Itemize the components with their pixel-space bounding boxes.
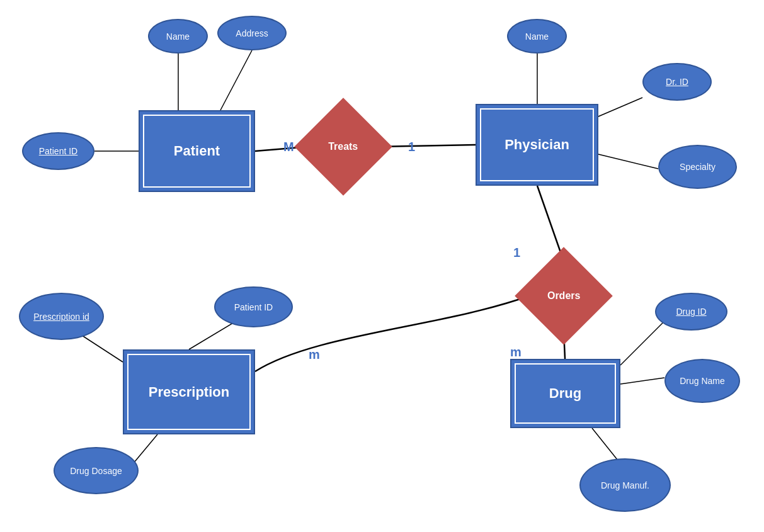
patient-id-attr: Patient ID <box>22 132 94 170</box>
treats-relationship: Treats <box>294 98 392 196</box>
svg-line-1 <box>378 145 476 147</box>
prescription-drug-dosage-attr: Drug Dosage <box>54 447 139 494</box>
treats-m-cardinality: M <box>283 140 294 154</box>
patient-name-attr: Name <box>148 19 208 54</box>
drug-m-cardinality: m <box>510 345 522 359</box>
patient-address-attr: Address <box>217 16 287 50</box>
svg-line-7 <box>598 154 658 169</box>
treats-label: Treats <box>328 141 358 152</box>
treats-1-cardinality: 1 <box>408 140 415 154</box>
drug-id-attr: Drug ID <box>655 293 727 331</box>
svg-line-13 <box>620 321 664 365</box>
prescription-patient-id-attr: Patient ID <box>214 286 293 327</box>
physician-dr-id-attr: Dr. ID <box>642 63 712 101</box>
orders-relationship: Orders <box>515 247 613 345</box>
prescription-entity: Prescription <box>123 349 255 434</box>
physician-specialty-attr: Specialty <box>658 145 737 189</box>
prescription-id-attr: Prescription id <box>19 293 104 340</box>
svg-line-14 <box>620 378 664 384</box>
physician-name-attr: Name <box>507 19 567 54</box>
drug-entity-inner: Drug <box>515 363 616 424</box>
er-diagram: Patient Physician Prescription Drug Trea… <box>0 0 764 532</box>
svg-line-6 <box>598 98 642 116</box>
orders-m-cardinality: m <box>309 348 320 362</box>
patient-entity: Patient <box>139 110 255 192</box>
orders-label: Orders <box>547 290 580 302</box>
physician-entity-inner: Physician <box>480 108 594 181</box>
patient-label: Patient <box>174 143 220 159</box>
physician-label: Physician <box>505 137 569 153</box>
svg-line-15 <box>592 428 617 460</box>
patient-entity-inner: Patient <box>143 115 251 188</box>
drug-name-attr: Drug Name <box>664 359 740 403</box>
prescription-entity-inner: Prescription <box>127 354 251 430</box>
drug-label: Drug <box>549 385 581 402</box>
orders-1-cardinality: 1 <box>513 246 520 260</box>
drug-entity: Drug <box>510 359 620 428</box>
svg-line-3 <box>220 50 252 110</box>
physician-entity: Physician <box>476 104 598 186</box>
prescription-label: Prescription <box>149 384 229 400</box>
drug-manuf-attr: Drug Manuf. <box>579 458 671 512</box>
